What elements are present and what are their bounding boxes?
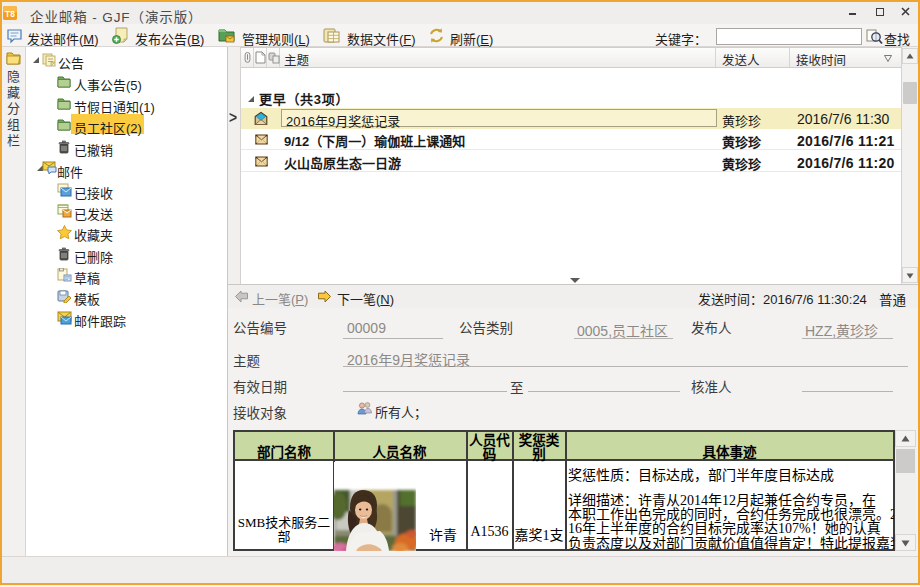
svg-text:T8: T8 — [5, 9, 15, 19]
